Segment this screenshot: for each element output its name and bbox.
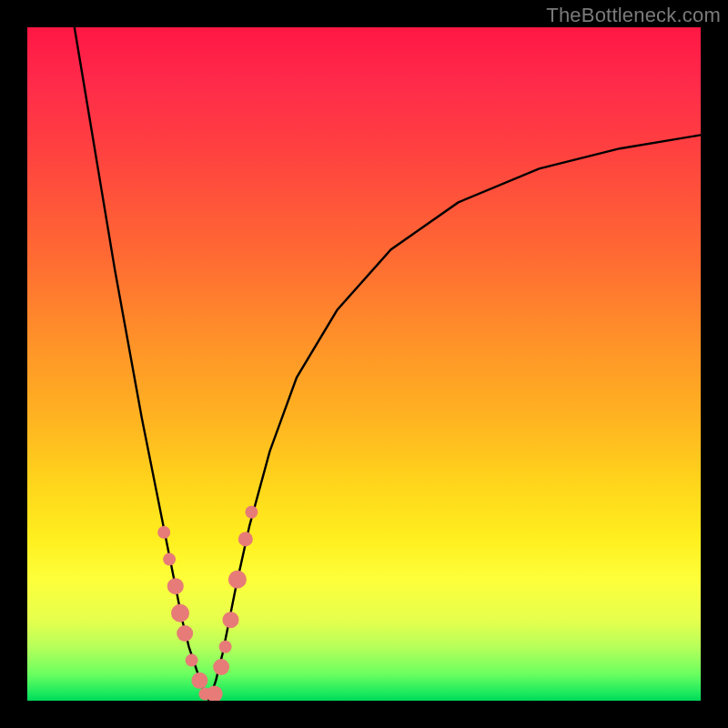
- curve-right: [209, 135, 701, 701]
- chart-plot-area: [27, 27, 701, 701]
- bead-point: [245, 506, 258, 519]
- bead-point: [238, 531, 253, 546]
- bead-point: [177, 625, 193, 642]
- chart-svg: [27, 27, 701, 701]
- bead-point: [213, 659, 229, 675]
- bead-point: [219, 641, 232, 653]
- bead-point: [223, 612, 239, 628]
- bead-point: [207, 686, 223, 701]
- bead-point: [163, 553, 176, 566]
- bead-point: [167, 578, 184, 594]
- bead-point: [228, 571, 247, 589]
- bead-point: [191, 672, 207, 689]
- bead-point: [186, 654, 198, 667]
- watermark-text: TheBottleneck.com: [546, 4, 721, 27]
- beads-left: [157, 526, 211, 701]
- chart-frame: TheBottleneck.com: [0, 0, 728, 728]
- curve-left: [75, 27, 209, 701]
- bead-point: [157, 526, 170, 539]
- bead-point: [171, 604, 189, 622]
